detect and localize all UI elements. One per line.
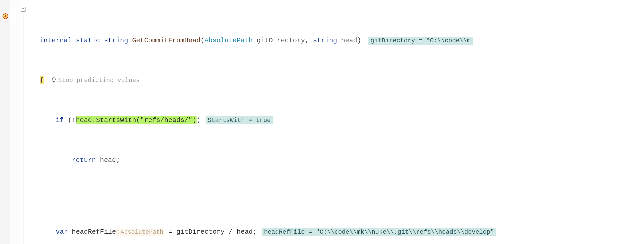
code-line[interactable]: return head; [26,156,644,164]
code-line[interactable]: var headRefFile:AbsolutePath = gitDirect… [26,228,644,236]
keyword: if [56,116,64,124]
text: headRefFile [68,228,116,236]
param: head [341,37,357,44]
paren: ) [357,37,361,44]
keyword: internal [40,37,72,44]
code-line[interactable]: internal static string GetCommitFromHead… [26,37,644,45]
blank-line [26,188,644,196]
code-editor[interactable]: internal static string GetCommitFromHead… [26,5,644,244]
inline-debug-value[interactable]: headRefFile = "C:\\code\\mk\\nuke\\.git\… [262,228,496,236]
code-line[interactable]: {Stop predicting values [26,76,644,84]
text: = gitDirectory / head; [164,228,257,236]
lightbulb-icon[interactable] [51,77,57,83]
predict-values-hint[interactable]: Stop predicting values [58,77,140,84]
code-line[interactable]: if (!head.StartsWith("refs/heads/"))Star… [26,116,644,124]
type: AbsolutePath [205,37,253,44]
param: gitDirectory [257,37,305,44]
markers-gutter[interactable] [10,0,21,244]
text: head; [96,156,120,164]
comma: , [305,37,313,44]
keyword: string [313,37,337,44]
paren: ) [197,116,201,124]
inline-debug-value[interactable]: StartsWith = true [206,116,273,124]
execution-pointer-icon[interactable] [3,13,8,19]
type-hint: :AbsolutePath [116,229,164,236]
svg-rect-2 [53,82,54,83]
keyword: var [56,228,68,236]
keyword: string [104,37,128,44]
svg-rect-1 [53,81,55,82]
keyword: static [76,37,100,44]
keyword: return [72,156,96,164]
fold-line [23,11,23,244]
brace: { [40,76,44,84]
method-name: GetCommitFromHead [132,37,200,44]
fold-toggle-collapse[interactable]: − [21,7,26,12]
highlighted-expression: head.StartsWith("refs/heads/") [76,116,196,124]
text: (! [64,116,76,124]
paren: ( [200,37,205,44]
inline-debug-value[interactable]: gitDirectory = "C:\\code\\m [368,37,473,45]
breakpoint-gutter[interactable] [0,0,10,244]
